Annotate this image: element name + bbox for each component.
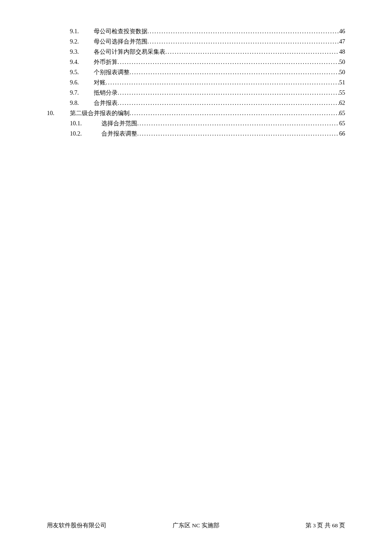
toc-entry[interactable]: 9.3. 各公司计算内部交易采集表 ......................…: [47, 47, 345, 57]
toc-leader: ........................................…: [147, 37, 339, 47]
toc-number: 9.7.: [70, 88, 94, 98]
toc-title: 个别报表调整: [94, 67, 130, 78]
toc-number: 10.: [47, 108, 70, 119]
toc-leader: ........................................…: [137, 119, 339, 129]
toc-leader: ........................................…: [118, 57, 339, 67]
toc-number: 9.4.: [70, 57, 94, 67]
toc-title: 选择合并范围: [101, 119, 137, 129]
toc-page: 47: [339, 37, 345, 47]
toc-number: 9.1.: [70, 26, 94, 37]
toc-container: 9.1. 母公司检查投资数据 .........................…: [0, 0, 392, 139]
toc-leader: ........................................…: [118, 88, 339, 98]
toc-title: 母公司检查投资数据: [94, 26, 147, 37]
toc-page: 50: [339, 57, 345, 67]
toc-title: 合并报表调整: [101, 129, 137, 139]
footer-department: 广东区 NC 实施部: [173, 522, 219, 529]
toc-number: 9.5.: [70, 67, 94, 78]
toc-number: 9.2.: [70, 37, 94, 47]
toc-leader: ........................................…: [137, 129, 339, 139]
toc-entry[interactable]: 9.4. 外币折算 ..............................…: [47, 57, 345, 67]
toc-page: 50: [339, 67, 345, 78]
toc-leader: ........................................…: [130, 108, 339, 119]
toc-page: 65: [339, 108, 345, 119]
footer-page-number: 第 3 页 共 68 页: [306, 522, 345, 529]
toc-page: 48: [339, 47, 345, 57]
toc-number: 10.1.: [70, 119, 101, 129]
toc-title: 对账: [94, 78, 106, 88]
toc-entry[interactable]: 10. 第二级合并报表的编制 .........................…: [47, 108, 345, 119]
toc-entry[interactable]: 9.5. 个别报表调整 ............................…: [47, 67, 345, 78]
toc-page: 65: [339, 119, 345, 129]
toc-number: 9.8.: [70, 98, 94, 108]
toc-number: 9.6.: [70, 78, 94, 88]
toc-page: 46: [339, 26, 345, 37]
toc-number: 10.2.: [70, 129, 101, 139]
toc-title: 外币折算: [94, 57, 118, 67]
toc-entry[interactable]: 10.2. 合并报表调整 ...........................…: [47, 129, 345, 139]
toc-entry[interactable]: 9.8. 合并报表 ..............................…: [47, 98, 345, 108]
toc-page: 55: [339, 88, 345, 98]
toc-title: 合并报表: [94, 98, 118, 108]
toc-leader: ........................................…: [165, 47, 339, 57]
toc-entry[interactable]: 9.6. 对账 ................................…: [47, 78, 345, 88]
toc-page: 62: [339, 98, 345, 108]
toc-title: 第二级合并报表的编制: [70, 108, 130, 119]
toc-title: 抵销分录: [94, 88, 118, 98]
toc-page: 66: [339, 129, 345, 139]
toc-entry[interactable]: 10.1. 选择合并范围 ...........................…: [47, 119, 345, 129]
toc-title: 各公司计算内部交易采集表: [94, 47, 165, 57]
toc-leader: ........................................…: [106, 78, 339, 88]
footer-company: 用友软件股份有限公司: [47, 522, 107, 529]
toc-leader: ........................................…: [130, 67, 339, 78]
toc-leader: ........................................…: [118, 98, 339, 108]
toc-entry[interactable]: 9.2. 母公司选择合并范围 .........................…: [47, 37, 345, 47]
toc-page: 51: [339, 78, 345, 88]
page-footer: 用友软件股份有限公司 广东区 NC 实施部 第 3 页 共 68 页: [0, 522, 392, 529]
toc-leader: ........................................…: [147, 26, 339, 37]
toc-title: 母公司选择合并范围: [94, 37, 147, 47]
toc-number: 9.3.: [70, 47, 94, 57]
toc-entry[interactable]: 9.7. 抵销分录 ..............................…: [47, 88, 345, 98]
toc-entry[interactable]: 9.1. 母公司检查投资数据 .........................…: [47, 26, 345, 37]
